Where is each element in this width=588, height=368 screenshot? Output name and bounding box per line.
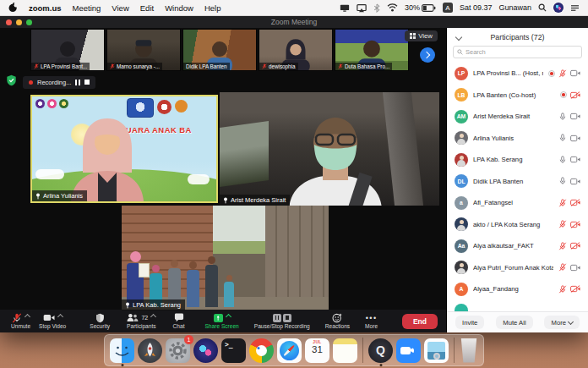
pin-icon bbox=[35, 193, 41, 200]
participants-icon bbox=[127, 313, 139, 322]
invite-button[interactable]: Invite bbox=[455, 316, 484, 329]
thumbnail-name: LPA Provinsi Bant... bbox=[41, 63, 87, 69]
zoom-window-button[interactable] bbox=[26, 19, 32, 25]
participant-name: Alya Putri_Forum Anak Kota... bbox=[473, 264, 553, 272]
launchpad-icon[interactable] bbox=[138, 338, 162, 363]
video-area: LPA Provinsi Bant... Marno sunarya -... … bbox=[0, 28, 446, 332]
video-tile-lpa-serang[interactable]: LPA Kab. Serang bbox=[122, 206, 329, 310]
finder-icon[interactable] bbox=[110, 338, 134, 363]
next-page-button[interactable] bbox=[420, 47, 435, 63]
battery-status[interactable]: 30% bbox=[405, 3, 436, 12]
participant-row[interactable]: DL Didik LPA Banten bbox=[447, 171, 588, 193]
video-tile-arist[interactable]: Arist Merdeka Sirait bbox=[220, 92, 439, 206]
encryption-shield-icon[interactable] bbox=[6, 74, 17, 90]
minimize-window-button[interactable] bbox=[16, 19, 22, 25]
end-meeting-button[interactable]: End bbox=[402, 314, 438, 329]
pause-recording-icon[interactable] bbox=[75, 80, 80, 85]
mic-status-icon bbox=[558, 69, 567, 78]
participant-row[interactable]: AM Arist Merdeka Sirait bbox=[447, 106, 588, 128]
camera-status-icon bbox=[570, 178, 580, 185]
zoom-app-icon[interactable] bbox=[396, 338, 421, 363]
panel-more-button[interactable]: More bbox=[544, 316, 580, 329]
participants-button[interactable]: 72 Participants bbox=[122, 313, 160, 330]
video-thumbnail[interactable]: LPA Provinsi Bant... bbox=[30, 29, 105, 71]
participant-row[interactable]: LB LPA Banten (Co-host) bbox=[447, 85, 588, 107]
participant-row[interactable]: Arlina Yulianis bbox=[447, 128, 588, 150]
video-thumbnail[interactable]: Didik LPA Banten bbox=[182, 29, 257, 71]
participants-list: LP LPA Provinsi B... (Host, me) LB LPA B… bbox=[447, 63, 588, 311]
participant-avatar bbox=[455, 217, 468, 231]
participant-name: LPA Provinsi B... (Host, me) bbox=[473, 69, 543, 77]
menu-window[interactable]: Window bbox=[165, 3, 193, 13]
participant-name: Arist Merdeka Sirait bbox=[473, 113, 553, 120]
stop-video-button[interactable]: Stop Video bbox=[35, 313, 70, 330]
camera-status-icon bbox=[570, 285, 580, 293]
participant-row[interactable]: Aa Alya alkautsar_FAKT bbox=[447, 235, 588, 257]
menu-clock[interactable]: Sat 09.37 bbox=[460, 3, 493, 12]
more-button[interactable]: ••• More bbox=[361, 313, 382, 330]
menu-edit[interactable]: Edit bbox=[140, 3, 154, 13]
participant-row[interactable]: Alya Putri_Forum Anak Kota... bbox=[447, 257, 588, 279]
orange-logo bbox=[175, 100, 188, 113]
more-icon: ••• bbox=[366, 316, 378, 320]
unmute-button[interactable]: Unmute bbox=[7, 313, 35, 330]
view-button[interactable]: View bbox=[405, 30, 438, 41]
participant-row[interactable]: a Afi_Fatangsel bbox=[447, 192, 588, 214]
chrome-icon[interactable] bbox=[249, 338, 274, 363]
calendar-icon[interactable]: JUL 31 bbox=[305, 338, 329, 363]
bluetooth-icon[interactable] bbox=[373, 3, 380, 13]
siri-icon[interactable] bbox=[193, 338, 218, 363]
close-window-button[interactable] bbox=[6, 19, 12, 25]
video-thumbnail[interactable]: dewisophia bbox=[259, 29, 333, 71]
quicktime-icon[interactable]: Q bbox=[368, 338, 393, 363]
system-preferences-icon[interactable]: 1 bbox=[166, 338, 190, 363]
safari-icon[interactable] bbox=[277, 338, 302, 363]
zoom-meeting-window: Zoom Meeting LPA Provinsi Bant... Marno … bbox=[0, 16, 588, 332]
participant-avatar: DL bbox=[455, 174, 468, 188]
menu-meeting[interactable]: Meeting bbox=[73, 3, 101, 13]
collapse-chevron-icon[interactable] bbox=[455, 34, 462, 41]
menu-app-name[interactable]: zoom.us bbox=[29, 3, 62, 13]
recording-indicator-icon bbox=[560, 91, 567, 98]
participant-row[interactable]: LP LPA Provinsi B... (Host, me) bbox=[447, 63, 588, 85]
menu-view[interactable]: View bbox=[112, 3, 128, 13]
banner-logos bbox=[35, 99, 68, 108]
apple-logo-icon[interactable] bbox=[8, 2, 18, 14]
display-icon[interactable] bbox=[340, 3, 350, 13]
share-screen-button[interactable]: Share Screen bbox=[200, 313, 242, 330]
pin-icon bbox=[223, 197, 228, 204]
dock-divider bbox=[362, 338, 363, 363]
video-thumbnail[interactable]: Marno sunarya -... bbox=[106, 29, 181, 71]
chat-button[interactable]: Chat bbox=[169, 313, 189, 330]
input-source-icon[interactable]: A bbox=[443, 3, 453, 13]
preview-icon[interactable] bbox=[424, 338, 449, 363]
participant-row[interactable]: akto / LPA Kota Serang bbox=[447, 214, 588, 236]
reactions-button[interactable]: Reactions bbox=[321, 313, 354, 330]
siri-icon[interactable] bbox=[553, 3, 564, 13]
search-input[interactable]: Search bbox=[453, 46, 582, 58]
mic-status-icon bbox=[558, 113, 567, 121]
pin-icon bbox=[125, 302, 130, 309]
mute-all-button[interactable]: Mute All bbox=[496, 316, 532, 329]
terminal-icon[interactable] bbox=[221, 338, 246, 363]
wifi-icon[interactable] bbox=[387, 3, 398, 12]
security-button[interactable]: Security bbox=[85, 313, 114, 330]
pause-stop-recording-button[interactable]: Pause/Stop Recording bbox=[250, 313, 314, 330]
camera-status-icon bbox=[570, 156, 580, 163]
notes-icon[interactable] bbox=[333, 338, 357, 363]
muted-mic-icon bbox=[262, 63, 267, 69]
trash-icon[interactable] bbox=[460, 338, 478, 363]
arlina-person bbox=[61, 117, 154, 201]
participant-row[interactable]: LPA Kab. Serang bbox=[447, 149, 588, 171]
airplay-icon[interactable] bbox=[357, 3, 367, 13]
stop-recording-icon[interactable] bbox=[84, 80, 90, 85]
window-title-bar[interactable]: Zoom Meeting bbox=[0, 16, 588, 28]
participant-row[interactable] bbox=[447, 300, 588, 312]
video-tile-arlina[interactable]: SUARA ANAK BA Arlina Yulianis bbox=[30, 95, 218, 203]
participant-row[interactable]: A Alyaa_Fandang bbox=[447, 278, 588, 300]
video-thumbnail[interactable]: Duta Bahasa Pro... bbox=[335, 29, 409, 71]
spotlight-search-icon[interactable] bbox=[538, 3, 547, 12]
menu-user[interactable]: Gunawan bbox=[498, 3, 531, 12]
menu-help[interactable]: Help bbox=[204, 3, 221, 13]
notification-center-icon[interactable] bbox=[570, 4, 580, 12]
